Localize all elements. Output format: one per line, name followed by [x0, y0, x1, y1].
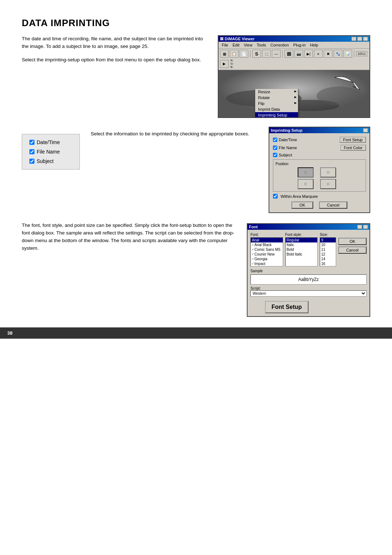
tb-btn-3[interactable]: 📄 [240, 50, 248, 58]
page-title: DATA IMPRINTING [22, 17, 370, 29]
font-help-btn[interactable]: ? [357, 225, 362, 229]
rgb-labels: R:G:B: [230, 59, 233, 69]
tb-btn-5[interactable]: — [272, 50, 281, 58]
menu-resize[interactable]: Resize [255, 89, 298, 95]
tb-btn-1[interactable]: ▦ [220, 50, 229, 58]
imprinting-close-btn[interactable]: × [363, 128, 368, 132]
size-item-4[interactable]: 14 [320, 257, 336, 261]
font-ok-button[interactable]: OK [338, 238, 367, 245]
maximize-button[interactable]: □ [357, 37, 362, 41]
font-item-3[interactable]: 𝒪Courier New [251, 252, 283, 257]
menu-help[interactable]: Help [308, 42, 320, 48]
font-item-4[interactable]: 𝒪Georgia [251, 257, 283, 261]
menu-correction[interactable]: Correction [269, 42, 291, 48]
font-setup-main-button[interactable]: Font Setup [265, 301, 309, 313]
font-top-row: Font: Arial 𝒪Arial Black 𝒪Comic Sans MS … [250, 233, 367, 266]
tb-btn-8[interactable]: ▶| [304, 50, 313, 58]
font-cancel-button[interactable]: Cancel [338, 246, 367, 254]
minimize-button[interactable]: _ [351, 37, 356, 41]
row-datetime: Date/Time Font Setup [273, 137, 366, 143]
menu-edit[interactable]: Edit [231, 42, 241, 48]
font-size-label: Size: [320, 233, 336, 237]
menu-view[interactable]: View [242, 42, 254, 48]
font-item-1[interactable]: 𝒪Arial Black [251, 242, 283, 247]
font-setup-button[interactable]: Font Setup [340, 137, 366, 143]
size-item-3[interactable]: 12 [320, 252, 336, 257]
menu-imprint-data[interactable]: Imprint Data [255, 106, 298, 112]
font-listbox[interactable]: Arial 𝒪Arial Black 𝒪Comic Sans MS 𝒪Couri… [250, 237, 283, 266]
tb-btn-6[interactable]: ⬛ [285, 50, 293, 58]
dimage-titlebar: 🖼 DiMAGE Viewer _ □ × [219, 36, 369, 42]
sample-section: Sample AaBbYyZz [250, 269, 367, 285]
menu-rotate[interactable]: Rotate [255, 95, 298, 101]
cb-subject-input[interactable] [29, 159, 34, 164]
bottom-text-col: The font, font style, and point size can… [22, 222, 236, 317]
dlg-cb-datetime[interactable] [273, 138, 277, 142]
top-content-area: The date and time of recording, file nam… [22, 35, 370, 118]
font-item-2[interactable]: 𝒪Comic Sans MS [251, 247, 283, 252]
font-close-btn[interactable]: × [363, 225, 368, 229]
size-item-1[interactable]: 10 [320, 242, 336, 247]
tb-btn-2[interactable]: 📋 [230, 50, 238, 58]
cb-subject: Subject [29, 158, 72, 164]
dlg-cb-subject[interactable] [273, 153, 277, 157]
style-item-1[interactable]: Italic [286, 242, 318, 247]
menu-plugin[interactable]: Plug-in [291, 42, 307, 48]
menu-flip[interactable]: Flip [255, 101, 298, 106]
font-item-6[interactable]: 𝒪Lucida Console [251, 266, 283, 266]
pos-top-right[interactable] [320, 167, 336, 177]
font-body: Font: Arial 𝒪Arial Black 𝒪Comic Sans MS … [248, 230, 369, 316]
script-row: Western [250, 290, 367, 297]
cb-datetime-input[interactable] [29, 140, 34, 145]
cancel-button[interactable]: Cancel [319, 201, 347, 209]
tb-btn-9[interactable]: ≡ [314, 50, 323, 58]
page-content: DATA IMPRINTING The date and time of rec… [0, 0, 392, 339]
tb-btn-s[interactable]: S [252, 50, 261, 58]
menu-tools[interactable]: Tools [255, 42, 268, 48]
pos-indicator-br [327, 183, 329, 185]
tb-btn-11[interactable]: 🐾 [334, 50, 342, 58]
paragraph3-col: Select the information to be imprinted b… [91, 127, 258, 138]
pos-indicator-bl [305, 183, 307, 185]
font-color-button[interactable]: Font Color [340, 145, 366, 151]
dialog-ok-cancel-row: OK Cancel [273, 201, 366, 209]
size-listbox[interactable]: 9 10 11 12 14 16 18 [320, 237, 336, 266]
menu-file[interactable]: File [220, 42, 230, 48]
pos-bottom-right[interactable] [320, 179, 336, 189]
within-area-checkbox[interactable] [273, 194, 278, 199]
dlg-filename-label: File Name [279, 146, 297, 150]
within-area-label: Within Area Marquee [281, 194, 318, 199]
size-item-6[interactable]: 18 [320, 266, 336, 266]
paragraph3: Select the information to be imprinted b… [91, 130, 258, 138]
style-item-3[interactable]: Bold Italic [286, 252, 318, 257]
font-selected: Arial [251, 238, 283, 242]
sample-text: AaBbYyZz [298, 277, 319, 282]
size-item-5[interactable]: 16 [320, 261, 336, 266]
size-item-2[interactable]: 11 [320, 247, 336, 252]
style-item-2[interactable]: Bold [286, 247, 318, 252]
style-listbox[interactable]: Regular Italic Bold Bold Italic [285, 237, 318, 266]
intro-text-col: The date and time of recording, file nam… [22, 35, 207, 118]
tb-btn-arrow[interactable]: ▶ [220, 60, 229, 68]
script-select[interactable]: Western [250, 290, 367, 297]
imprinting-title: Imprinting Setup [271, 128, 302, 132]
sample-area: AaBbYyZz [250, 274, 367, 285]
font-item-5[interactable]: 𝒪Impact [251, 261, 283, 266]
tb-btn-12[interactable]: 📊 [343, 50, 352, 58]
ok-button[interactable]: OK [291, 201, 313, 209]
font-name-label: Font: [250, 233, 283, 237]
cb-filename-input[interactable] [29, 149, 34, 154]
font-titlebar: Font ? × [248, 224, 369, 230]
font-style-col: Font style: Regular Italic Bold Bold Ita… [285, 233, 318, 266]
tb-btn-4[interactable]: ⬚ [262, 50, 271, 58]
pos-bottom-left[interactable] [298, 179, 314, 189]
page-number: 38 [7, 330, 12, 336]
pos-top-left[interactable] [298, 167, 314, 177]
tb-btn-7[interactable]: 📷 [294, 50, 303, 58]
menu-imprinting-setup[interactable]: Imprinting Setup [255, 112, 298, 117]
font-name-col: Font: Arial 𝒪Arial Black 𝒪Comic Sans MS … [250, 233, 283, 266]
close-button[interactable]: × [363, 37, 368, 41]
tb-btn-10[interactable]: ✖ [324, 50, 332, 58]
tb-separator-2 [282, 50, 283, 57]
dlg-cb-filename[interactable] [273, 146, 277, 150]
